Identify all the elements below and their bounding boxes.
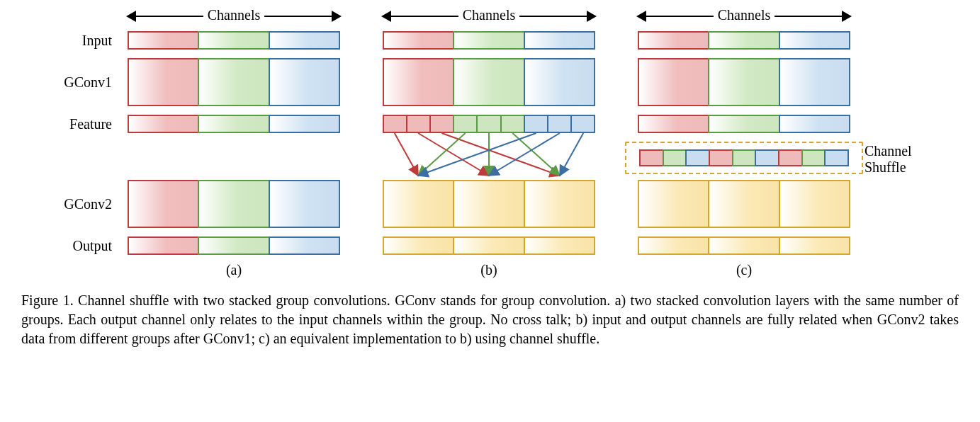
a-gconv1: [128, 58, 340, 106]
label-input: Input: [21, 31, 112, 50]
segment-green: [708, 58, 779, 106]
segment-yellow: [638, 236, 709, 255]
segment-red: [128, 115, 199, 133]
column-b: Channels (b): [383, 7, 595, 278]
segment-blue: [524, 58, 595, 106]
sub-segment-green: [476, 115, 501, 133]
segment-red: [128, 180, 199, 228]
segment-green: [198, 236, 269, 255]
a-feature: [128, 115, 340, 133]
b-gconv2: [383, 180, 595, 228]
sub-segment-green: [732, 149, 757, 166]
b-arrows: [383, 132, 595, 181]
figure-caption: Figure 1. Channel shuffle with two stack…: [21, 291, 959, 348]
segment-blue: [779, 31, 850, 50]
svg-line-8: [560, 133, 583, 176]
shuffle-box: [625, 142, 863, 174]
channels-text: Channels: [458, 7, 519, 23]
c-shuffled: [639, 149, 849, 166]
a-output: [128, 236, 340, 255]
segment-red: [128, 31, 199, 50]
segment-green: [198, 115, 269, 133]
segment-yellow: [383, 236, 454, 255]
sublabel-c: (c): [638, 262, 850, 278]
column-a: Channels (a): [128, 7, 340, 278]
channels-label: Channels: [383, 7, 595, 25]
column-c: Channels (c): [638, 7, 850, 278]
segment-green: [198, 180, 269, 228]
sub-segment-blue: [547, 115, 572, 133]
svg-line-1: [418, 133, 489, 176]
b-input: [383, 31, 595, 50]
b-gconv1: [383, 58, 595, 106]
channels-text: Channels: [714, 7, 775, 23]
svg-line-7: [489, 133, 560, 176]
segment-red: [128, 236, 199, 255]
sub-segment-green: [801, 149, 826, 166]
segment-blue: [269, 115, 340, 133]
a-input: [128, 31, 340, 50]
b-output: [383, 236, 595, 255]
svg-line-3: [418, 133, 466, 176]
sub-segment-blue: [570, 115, 595, 133]
sub-segment-red: [429, 115, 454, 133]
segment-yellow: [524, 180, 595, 228]
svg-line-6: [418, 133, 536, 176]
segment-red: [383, 58, 454, 106]
sub-segment-red: [639, 149, 664, 166]
segment-red: [383, 31, 454, 50]
svg-line-0: [395, 133, 418, 176]
segment-yellow: [453, 180, 524, 228]
segment-green: [708, 31, 779, 50]
c-feature: [638, 115, 850, 133]
sub-segment-blue: [524, 115, 548, 133]
channels-label: Channels: [638, 7, 850, 25]
label-gconv2: GConv2: [21, 180, 112, 228]
c-gconv2: [638, 180, 850, 228]
sublabel-b: (b): [383, 262, 595, 278]
c-output: [638, 236, 850, 255]
segment-green: [708, 115, 779, 133]
segment-yellow: [383, 180, 454, 228]
segment-red: [638, 115, 709, 133]
segment-blue: [269, 180, 340, 228]
segment-yellow: [708, 236, 779, 255]
segment-blue: [269, 31, 340, 50]
segment-yellow: [708, 180, 779, 228]
sub-segment-red: [406, 115, 431, 133]
segment-yellow: [524, 236, 595, 255]
segment-red: [638, 58, 709, 106]
sub-segment-blue: [824, 149, 849, 166]
segment-red: [638, 31, 709, 50]
sub-segment-red: [383, 115, 407, 133]
segment-blue: [779, 115, 850, 133]
sub-segment-green: [453, 115, 478, 133]
c-gconv1: [638, 58, 850, 106]
channel-shuffle-label: ChannelShuffle: [864, 143, 950, 176]
sub-group: [778, 149, 849, 166]
segment-yellow: [779, 180, 850, 228]
label-output: Output: [21, 236, 112, 255]
segment-yellow: [779, 236, 850, 255]
sub-segment-blue: [755, 149, 779, 166]
label-gconv1: GConv1: [21, 58, 112, 106]
segment-blue: [269, 236, 340, 255]
sub-group: [709, 149, 779, 166]
segment-yellow: [453, 236, 524, 255]
segment-green: [198, 31, 269, 50]
segment-blue: [269, 58, 340, 106]
sub-segment-red: [709, 149, 733, 166]
channels-text: Channels: [203, 7, 264, 23]
row-labels: Input GConv1 Feature GConv2 Output: [21, 7, 128, 255]
segment-green: [453, 58, 524, 106]
sub-group: [639, 149, 710, 166]
segment-yellow: [638, 180, 709, 228]
sub-group: [524, 115, 595, 133]
sub-segment-blue: [685, 149, 710, 166]
channels-label: Channels: [128, 7, 340, 25]
a-gconv2: [128, 180, 340, 228]
label-feature: Feature: [21, 115, 112, 133]
svg-line-5: [512, 133, 560, 176]
sub-group: [383, 115, 454, 133]
sub-segment-green: [663, 149, 687, 166]
